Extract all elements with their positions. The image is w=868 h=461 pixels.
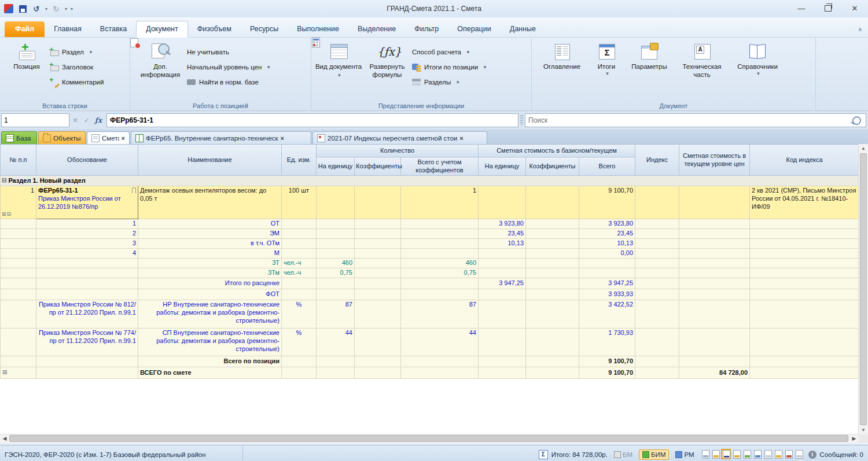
table-cell[interactable]: Всего по позиции bbox=[138, 356, 282, 367]
scroll-up-icon[interactable]: ▲ bbox=[859, 144, 868, 153]
table-cell[interactable] bbox=[355, 268, 401, 278]
table-cell[interactable]: ЗТм bbox=[138, 268, 282, 278]
table-cell[interactable] bbox=[479, 367, 526, 379]
table-cell[interactable] bbox=[355, 329, 401, 356]
table-cell[interactable] bbox=[317, 367, 355, 379]
table-row[interactable]: Приказ Минстроя России № 812/пр от 21.12… bbox=[1, 300, 859, 329]
col-cost-per-unit[interactable]: На единицу bbox=[479, 157, 526, 176]
table-cell[interactable]: 3 422,52 bbox=[579, 300, 635, 329]
table-cell[interactable] bbox=[282, 219, 317, 229]
col-cost-group[interactable]: Сметная стоимость в базисном/текущем bbox=[479, 145, 635, 157]
table-row[interactable]: 4М0,00 bbox=[1, 249, 859, 259]
table-cell[interactable] bbox=[635, 300, 679, 329]
table-cell[interactable] bbox=[679, 300, 750, 329]
table-cell[interactable] bbox=[526, 186, 579, 219]
table-cell[interactable]: 100 шт bbox=[282, 186, 317, 219]
tab-filtr[interactable]: Фильтр bbox=[405, 21, 448, 37]
formula-input[interactable] bbox=[106, 113, 518, 127]
table-cell[interactable] bbox=[282, 239, 317, 249]
table-cell[interactable] bbox=[526, 249, 579, 259]
table-row[interactable]: ⊞ВСЕГО по смете9 100,7084 728,00 bbox=[1, 367, 859, 379]
tab-dokument[interactable]: Документ bbox=[136, 21, 187, 38]
table-cell[interactable]: ФЕРр65-31-1Приказ Минстроя России от 26.… bbox=[36, 186, 138, 219]
table-cell[interactable]: 0,00 bbox=[579, 249, 635, 259]
col-justification[interactable]: Обоснование bbox=[36, 145, 138, 176]
table-cell[interactable]: ЗТ bbox=[138, 259, 282, 268]
tab-fizobem[interactable]: Физобъем bbox=[188, 21, 241, 37]
table-cell[interactable] bbox=[526, 219, 579, 229]
table-cell[interactable] bbox=[355, 259, 401, 268]
col-unit[interactable]: Ед. изм. bbox=[282, 145, 317, 176]
close-tab-icon[interactable]: × bbox=[459, 135, 463, 142]
horizontal-scrollbar[interactable]: ◀ ▶ bbox=[0, 434, 859, 442]
close-button[interactable]: ✕ bbox=[841, 0, 868, 16]
table-row[interactable]: 2ЭМ23,4523,45 bbox=[1, 229, 859, 239]
table-cell[interactable] bbox=[355, 300, 401, 329]
cancel-entry-icon[interactable]: ✕ bbox=[69, 116, 81, 124]
table-cell[interactable]: 9 100,70 bbox=[579, 356, 635, 367]
table-cell[interactable] bbox=[355, 219, 401, 229]
table-cell[interactable]: 2 кв 2021 (СМР), Письмо Минстроя России … bbox=[750, 186, 859, 219]
table-cell[interactable] bbox=[679, 186, 750, 219]
table-cell[interactable] bbox=[526, 229, 579, 239]
table-cell[interactable] bbox=[401, 239, 479, 249]
table-cell[interactable] bbox=[526, 278, 579, 289]
table-row[interactable]: ЗТчел.-ч460460 bbox=[1, 259, 859, 268]
table-cell[interactable] bbox=[1, 229, 36, 239]
table-cell[interactable] bbox=[282, 249, 317, 259]
expand-total-icon[interactable]: ⊞ bbox=[2, 369, 7, 377]
tab-smeta[interactable]: Смета × bbox=[87, 131, 130, 144]
table-cell[interactable] bbox=[750, 329, 859, 356]
table-cell[interactable] bbox=[679, 329, 750, 356]
table-cell[interactable] bbox=[355, 239, 401, 249]
tab-operacii[interactable]: Операции bbox=[448, 21, 500, 37]
table-cell[interactable]: 460 bbox=[401, 259, 479, 268]
table-cell[interactable]: 10,13 bbox=[479, 239, 526, 249]
table-cell[interactable] bbox=[750, 300, 859, 329]
doc-view-button[interactable]: Вид документа ▼ bbox=[315, 40, 362, 79]
table-cell[interactable]: в т.ч. ОТм bbox=[138, 239, 282, 249]
table-cell[interactable] bbox=[635, 268, 679, 278]
table-cell[interactable]: 0,75 bbox=[317, 268, 355, 278]
table-cell[interactable]: 1 bbox=[36, 219, 138, 229]
table-cell[interactable] bbox=[355, 289, 401, 300]
table-cell[interactable] bbox=[679, 249, 750, 259]
table-cell[interactable] bbox=[579, 259, 635, 268]
tab-ferr65[interactable]: ФЕРр65. Внутренние санитарно-техническ × bbox=[131, 131, 311, 144]
table-cell[interactable]: чел.-ч bbox=[282, 268, 317, 278]
calc-method-button[interactable]: Способ расчета▼ bbox=[412, 45, 487, 60]
table-cell[interactable] bbox=[479, 268, 526, 278]
vertical-scroll-thumb[interactable] bbox=[860, 153, 867, 425]
tab-base[interactable]: База bbox=[1, 131, 37, 144]
ignore-button[interactable]: Не учитывать bbox=[187, 45, 271, 60]
table-cell[interactable] bbox=[750, 219, 859, 229]
table-cell[interactable] bbox=[1, 268, 36, 278]
table-cell[interactable] bbox=[479, 249, 526, 259]
table-cell[interactable] bbox=[401, 289, 479, 300]
table-cell[interactable] bbox=[750, 367, 859, 379]
tab-indexes[interactable]: 2021-07 Индексы пересчета сметной стои × bbox=[312, 131, 487, 144]
table-cell[interactable]: 23,45 bbox=[479, 229, 526, 239]
table-cell[interactable]: чел.-ч bbox=[282, 259, 317, 268]
table-cell[interactable] bbox=[750, 249, 859, 259]
section-button[interactable]: + Раздел▼ bbox=[50, 45, 104, 60]
table-cell[interactable] bbox=[635, 289, 679, 300]
cell-reference-input[interactable] bbox=[1, 113, 69, 127]
table-cell[interactable] bbox=[679, 219, 750, 229]
table-cell[interactable] bbox=[526, 300, 579, 329]
table-cell[interactable] bbox=[36, 289, 138, 300]
comment-button[interactable]: + Комментарий bbox=[50, 75, 104, 90]
table-cell[interactable] bbox=[355, 356, 401, 367]
table-cell[interactable] bbox=[317, 289, 355, 300]
table-cell[interactable] bbox=[1, 300, 36, 329]
doc-ruble-icon[interactable] bbox=[732, 449, 741, 459]
table-cell[interactable] bbox=[317, 219, 355, 229]
close-tab-icon[interactable]: × bbox=[281, 135, 284, 142]
col-cost-coefficients[interactable]: Коэффициенты bbox=[526, 157, 579, 176]
table-cell[interactable] bbox=[679, 259, 750, 268]
table-cell[interactable] bbox=[401, 249, 479, 259]
table-cell[interactable] bbox=[479, 356, 526, 367]
col-qty-per-unit[interactable]: На единицу bbox=[317, 157, 355, 176]
table-cell[interactable] bbox=[750, 259, 859, 268]
table-cell[interactable] bbox=[750, 356, 859, 367]
